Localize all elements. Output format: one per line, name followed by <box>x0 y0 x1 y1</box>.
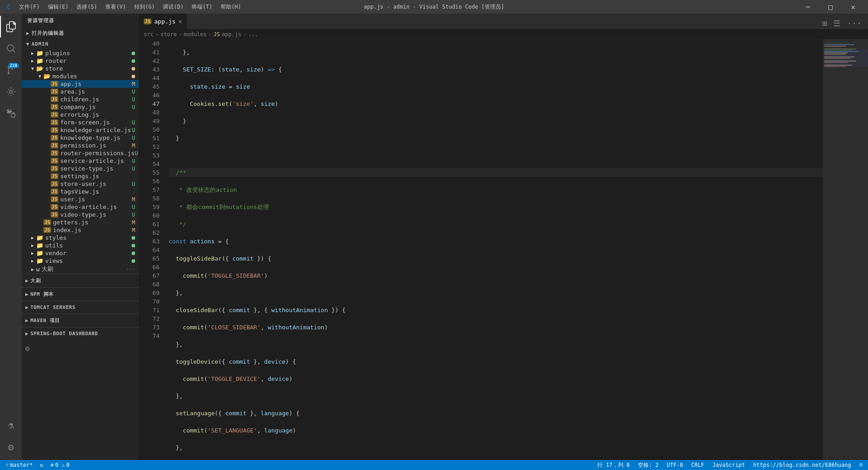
untracked-badge: U <box>135 150 138 157</box>
tree-videotypejs[interactable]: JS video-type.js U <box>22 211 139 218</box>
menu-goto[interactable]: 转到(G) <box>131 2 159 12</box>
status-badge <box>132 259 135 263</box>
panel-tomcat-header[interactable]: ▶ TOMCAT SERVERS <box>22 303 139 312</box>
tree-settingsjs[interactable]: JS settings.js <box>22 172 139 180</box>
menu-view[interactable]: 查看(V) <box>102 2 130 12</box>
more-actions-button[interactable]: ··· <box>844 18 864 29</box>
menu-file[interactable]: 文件(F) <box>15 2 43 12</box>
tree-dashua[interactable]: ▶ w 大刷 ··· <box>22 265 139 274</box>
tree-videoarticlejs[interactable]: JS video-article.js U <box>22 203 139 211</box>
activity-flask[interactable]: ⚗ <box>0 414 22 436</box>
minimize-button[interactable]: ─ <box>797 0 818 14</box>
tree-companyjs[interactable]: JS company.js U <box>22 103 139 111</box>
code-line-54: }, <box>169 289 823 297</box>
tree-item-label: vendor <box>45 250 132 256</box>
panel-springboot-header[interactable]: ▶ SPRING-BOOT DASHBOARD <box>22 329 139 338</box>
open-editors-section[interactable]: ▶ 打开的编辑器 <box>22 28 139 39</box>
breadcrumb-store[interactable]: store <box>160 31 177 38</box>
ellipsis-badge: ··· <box>126 266 135 272</box>
tree-indexjs[interactable]: JS index.js M <box>22 226 139 234</box>
activity-settings[interactable]: ⚙ <box>0 436 22 458</box>
menu-debug[interactable]: 调试(D) <box>159 2 187 12</box>
open-editors-arrow: ▶ <box>26 30 30 36</box>
status-sync[interactable]: ↻ <box>38 462 45 468</box>
tree-appjs[interactable]: JS app.js M <box>22 80 139 88</box>
status-errors[interactable]: ⊗ 0 ⚠ 0 <box>49 462 71 468</box>
tree-servicetypejs[interactable]: JS service-type.js U <box>22 165 139 172</box>
tree-areajs[interactable]: JS area.js U <box>22 88 139 95</box>
settings-icon[interactable]: ⚙ <box>25 344 30 353</box>
breadcrumb-appjs[interactable]: app.js <box>222 31 241 38</box>
tree-modules[interactable]: ▼ 📂 modules <box>22 72 139 80</box>
panel-arrow: ▶ <box>25 331 28 337</box>
status-line-ending[interactable]: CRLF <box>689 462 706 468</box>
tab-appjs[interactable]: JS app.js ✕ <box>139 14 187 29</box>
tree-servicearticlejs[interactable]: JS service-article.js U <box>22 157 139 165</box>
breadcrumb-modules[interactable]: modules <box>184 31 207 38</box>
tree-formscreenjs[interactable]: JS form-screen.js U <box>22 119 139 126</box>
status-language[interactable]: JavaScript <box>711 462 747 468</box>
line-num-64: 64 <box>142 246 160 254</box>
code-line-52: toggleSideBar({ commit }) { <box>169 254 823 263</box>
editor-area: JS app.js ✕ ⊞ ☰ ··· src › store › module… <box>139 14 868 460</box>
activity-search[interactable] <box>0 38 22 59</box>
tree-views[interactable]: ▶ 📁 views <box>22 257 139 265</box>
status-position[interactable]: 行 17，列 8 <box>595 461 632 469</box>
tree-plugins[interactable]: ▶ 📁 plugins <box>22 49 139 57</box>
panel-maven-header[interactable]: ▶ MAVEN 项目 <box>22 315 139 326</box>
tree-utils[interactable]: ▶ 📁 utils <box>22 242 139 249</box>
tree-storeuserjs[interactable]: JS store-user.js U <box>22 180 139 188</box>
breadcrumb-dots[interactable]: ... <box>248 31 258 38</box>
tab-close-button[interactable]: ✕ <box>178 18 182 25</box>
untracked-badge: U <box>132 89 135 95</box>
line-num-66: 66 <box>142 263 160 271</box>
tree-gettersjs[interactable]: JS getters.js M <box>22 218 139 226</box>
code-line-47: /** <box>169 168 823 177</box>
toggle-sidebar-button[interactable]: ☰ <box>830 18 843 29</box>
menu-edit[interactable]: 编辑(E) <box>44 2 72 12</box>
js-icon: JS <box>43 219 51 225</box>
tree-childrenjs[interactable]: JS children.js U <box>22 95 139 103</box>
tree-permissionjs[interactable]: JS permission.js M <box>22 142 139 149</box>
code-line-60: }, <box>169 392 823 400</box>
tree-knowledgearticlejs[interactable]: JS knowledge-article.js U <box>22 126 139 134</box>
line-num-74: 74 <box>142 332 160 340</box>
activity-extensions[interactable] <box>0 103 22 124</box>
panel-dashua-header[interactable]: ▶ 大刷 <box>22 275 139 286</box>
code-content[interactable]: }, SET_SIZE: (state, size) => { state.si… <box>164 39 823 460</box>
maximize-button[interactable]: □ <box>820 0 841 14</box>
tree-userjs[interactable]: JS user.js M <box>22 195 139 203</box>
menu-terminal[interactable]: 终端(T) <box>188 2 216 12</box>
tree-item-label: company.js <box>60 104 132 110</box>
split-editor-button[interactable]: ⊞ <box>820 18 830 29</box>
status-link[interactable]: https://blog.csdn.net/E86huang <box>751 462 853 468</box>
tree-errorlogjs[interactable]: JS errorLog.js <box>22 111 139 119</box>
activity-debug[interactable] <box>0 81 22 103</box>
status-encoding[interactable]: UTF-8 <box>665 462 685 468</box>
close-button[interactable]: ✕ <box>843 0 863 14</box>
menu-help[interactable]: 帮助(H) <box>217 2 245 12</box>
code-line-44: } <box>169 117 823 125</box>
activity-source-control[interactable]: 210 <box>0 59 22 81</box>
tree-tagsviewjs[interactable]: JS tagsView.js <box>22 188 139 195</box>
panel-arrow: ▶ <box>25 304 28 310</box>
tree-vendor[interactable]: ▶ 📁 vendor <box>22 249 139 257</box>
activity-explorer[interactable] <box>0 16 22 38</box>
status-feedback[interactable]: ☺ <box>858 462 864 468</box>
code-line-42: state.size = size <box>169 82 823 91</box>
tree-routerpermissionsjs[interactable]: JS router-permissions.js U <box>22 149 139 157</box>
panel-label: 大刷 <box>30 277 41 284</box>
tree-styles[interactable]: ▶ 📁 styles <box>22 234 139 242</box>
tree-router[interactable]: ▶ 📁 router <box>22 57 139 65</box>
line-num-47: 47 <box>142 100 160 108</box>
tree-knowledgetypejs[interactable]: JS knowledge-type.js U <box>22 134 139 142</box>
position-text: 行 17，列 8 <box>597 461 630 469</box>
status-branch[interactable]: ⑂ master* <box>4 462 35 468</box>
panel-npm-header[interactable]: ▶ NPM 脚本 <box>22 289 139 299</box>
admin-section[interactable]: ▼ ADMIN <box>22 39 139 49</box>
menu-select[interactable]: 选择(S) <box>73 2 101 12</box>
breadcrumb-src[interactable]: src <box>144 31 154 38</box>
status-spaces[interactable]: 空格: 2 <box>636 461 660 469</box>
tree-store[interactable]: ▼ 📂 store <box>22 65 139 72</box>
line-num-69: 69 <box>142 289 160 297</box>
